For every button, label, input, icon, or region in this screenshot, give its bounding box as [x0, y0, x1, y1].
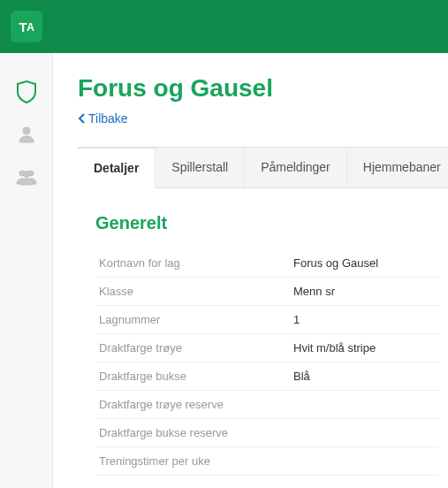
tab-detaljer[interactable]: Detaljer	[78, 148, 156, 188]
detail-label: Kortnavn for lag	[95, 249, 290, 278]
detail-label: Treningstimer per uke	[95, 447, 290, 476]
tab-pameldinger[interactable]: Påmeldinger	[245, 148, 347, 187]
detail-label: Klasse	[95, 278, 290, 306]
table-row: Treningstimer per uke	[95, 447, 439, 476]
page-title: Forus og Gausel	[78, 74, 448, 103]
detail-label: Draktfarge trøye reserve	[95, 391, 290, 419]
detail-label: Draktfarge trøye	[95, 334, 290, 362]
back-label: Tilbake	[88, 111, 128, 126]
table-row: Draktfarge trøyeHvit m/blå stripe	[95, 334, 439, 362]
logo[interactable]: TA	[11, 11, 42, 42]
detail-value: 1	[290, 306, 439, 334]
sidebar	[0, 53, 53, 488]
detail-label: Draktfarge bukse reserve	[95, 419, 290, 447]
svg-point-3	[23, 172, 29, 178]
table-row: Draktfarge bukseBlå	[95, 362, 439, 391]
person-icon	[17, 125, 36, 144]
back-link[interactable]: Tilbake	[78, 111, 128, 126]
detail-label: Draktfarge bukse	[95, 362, 290, 391]
shield-icon	[17, 80, 36, 103]
svg-point-0	[23, 127, 30, 134]
detail-label: Lagnummer	[95, 306, 290, 334]
sidebar-item-people[interactable]	[0, 156, 53, 198]
detail-value: Menn sr	[290, 278, 439, 306]
table-row: Draktfarge trøye reserve	[95, 391, 439, 419]
detail-value	[290, 447, 439, 476]
sidebar-item-person[interactable]	[0, 113, 53, 156]
table-row: KlasseMenn sr	[95, 278, 439, 306]
detail-value	[290, 419, 439, 447]
section-title: Generelt	[95, 213, 439, 233]
sidebar-item-shield[interactable]	[0, 71, 53, 113]
detail-value: Forus og Gausel	[290, 249, 439, 278]
topbar: TA	[0, 0, 448, 53]
tab-hjemmebaner[interactable]: Hjemmebaner	[347, 148, 448, 187]
chevron-left-icon	[78, 113, 85, 124]
details-table: Kortnavn for lagForus og Gausel KlasseMe…	[95, 249, 439, 476]
tab-spillerstall[interactable]: Spillerstall	[156, 148, 245, 187]
table-row: Draktfarge bukse reserve	[95, 419, 439, 447]
detail-value: Blå	[290, 362, 439, 391]
table-row: Lagnummer1	[95, 306, 439, 334]
detail-value: Hvit m/blå stripe	[290, 334, 439, 362]
detail-value	[290, 391, 439, 419]
tabs: Detaljer Spillerstall Påmeldinger Hjemme…	[78, 147, 448, 188]
main-content: Forus og Gausel Tilbake Detaljer Spiller…	[53, 53, 448, 488]
table-row: Kortnavn for lagForus og Gausel	[95, 249, 439, 278]
tab-content: Generelt Kortnavn for lagForus og Gausel…	[78, 188, 448, 476]
people-icon	[15, 168, 38, 186]
